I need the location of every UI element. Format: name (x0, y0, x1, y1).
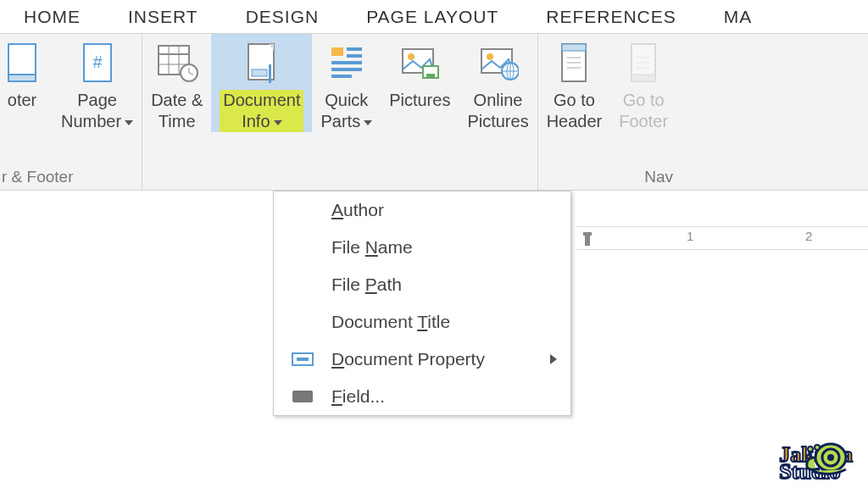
menu-doc-property[interactable]: Document Property (274, 341, 570, 378)
ruler[interactable]: 1 2 (576, 226, 868, 250)
doc-info-label: Document Info (220, 90, 303, 132)
svg-rect-1 (8, 75, 36, 81)
menu-author[interactable]: Author (274, 191, 570, 229)
online-pictures-button[interactable]: Online Pictures (459, 34, 537, 132)
tab-home[interactable]: HOME (0, 7, 104, 27)
date-time-button[interactable]: Date & Time (142, 34, 211, 132)
svg-rect-43 (297, 358, 309, 361)
svg-rect-38 (632, 75, 655, 81)
tab-cutoff[interactable]: MA (700, 7, 753, 27)
tab-page-layout[interactable]: PAGE LAYOUT (342, 7, 522, 27)
menu-author-label: Author (320, 200, 559, 220)
goto-footer-button: Go to Footer (610, 34, 676, 132)
goto-header-label: Go to Header (547, 90, 603, 132)
menu-file-name-label: File Name (320, 237, 559, 258)
snail-icon (800, 432, 854, 480)
svg-point-50 (815, 445, 820, 450)
goto-footer-label: Go to Footer (619, 90, 668, 132)
group-navigation-label: Nav (644, 168, 675, 186)
date-time-label: Date & Time (151, 90, 203, 132)
ruler-scale: 1 2 (602, 227, 868, 250)
group-header-footer-label: r & Footer (0, 168, 73, 186)
footer-button[interactable]: oter (0, 34, 53, 132)
menu-file-path[interactable]: File Path (274, 266, 570, 303)
pictures-label: Pictures (389, 90, 450, 111)
watermark-logo: Jakarta Studio (779, 445, 853, 481)
svg-rect-19 (331, 61, 362, 64)
svg-rect-14 (252, 69, 267, 76)
tab-design[interactable]: DESIGN (222, 7, 343, 27)
chevron-down-icon (364, 120, 372, 125)
doc-info-button[interactable]: Document Info (211, 34, 312, 132)
svg-rect-20 (331, 68, 362, 71)
svg-rect-18 (347, 54, 362, 58)
svg-point-48 (827, 454, 834, 461)
tab-insert[interactable]: INSERT (104, 7, 222, 27)
svg-rect-15 (269, 64, 271, 83)
group-navigation: Go to Header Go to Footer Nav (538, 34, 676, 190)
menu-field-label: Field... (320, 386, 559, 407)
footer-icon (0, 41, 44, 85)
online-pictures-label: Online Pictures (467, 90, 528, 132)
quick-parts-icon (325, 41, 369, 85)
doc-info-icon (240, 41, 284, 85)
doc-info-menu: Author File Name File Path Document Titl… (273, 191, 571, 416)
quick-parts-button[interactable]: Quick Parts (312, 34, 381, 132)
svg-rect-25 (426, 74, 435, 78)
page-number-button[interactable]: # Page Number (53, 34, 142, 132)
group-insert: Date & Time Document Info Quick Parts Pi… (142, 34, 538, 190)
ribbon: oter # Page Number r & Footer Date & Tim… (0, 34, 868, 191)
svg-rect-16 (331, 47, 343, 56)
footer-label: oter (8, 90, 36, 111)
menu-file-path-label: File Path (320, 274, 559, 295)
quick-parts-label: Quick Parts (320, 90, 372, 132)
svg-text:#: # (92, 53, 103, 71)
pictures-icon (398, 41, 442, 85)
menu-doc-title[interactable]: Document Title (274, 303, 570, 341)
svg-point-49 (808, 446, 813, 452)
date-time-icon (155, 41, 199, 85)
svg-marker-45 (583, 232, 592, 246)
page-number-label: Page Number (61, 90, 133, 132)
chevron-down-icon (274, 120, 282, 125)
pictures-button[interactable]: Pictures (381, 34, 459, 132)
online-pictures-icon (476, 41, 520, 85)
menu-doc-title-label: Document Title (320, 312, 559, 332)
svg-rect-44 (292, 391, 313, 402)
group-header-footer: oter # Page Number r & Footer (0, 34, 142, 190)
goto-header-button[interactable]: Go to Header (538, 34, 611, 132)
svg-point-27 (487, 53, 493, 60)
tab-stop-icon (576, 227, 602, 250)
menu-field[interactable]: Field... (274, 378, 570, 415)
tab-references[interactable]: REFERENCES (522, 7, 700, 27)
goto-footer-icon (621, 41, 665, 85)
menu-tabs: HOME INSERT DESIGN PAGE LAYOUT REFERENCE… (0, 0, 868, 34)
svg-rect-33 (562, 44, 586, 51)
menu-doc-property-label: Document Property (320, 349, 550, 369)
chevron-down-icon (125, 120, 133, 125)
field-icon (286, 389, 320, 404)
doc-property-icon (286, 350, 320, 369)
chevron-right-icon (550, 354, 557, 364)
page-number-icon: # (75, 41, 120, 85)
goto-header-icon (552, 41, 596, 85)
svg-rect-21 (331, 75, 352, 78)
menu-file-name[interactable]: File Name (274, 229, 570, 266)
svg-point-23 (408, 53, 415, 60)
svg-rect-17 (347, 47, 362, 51)
